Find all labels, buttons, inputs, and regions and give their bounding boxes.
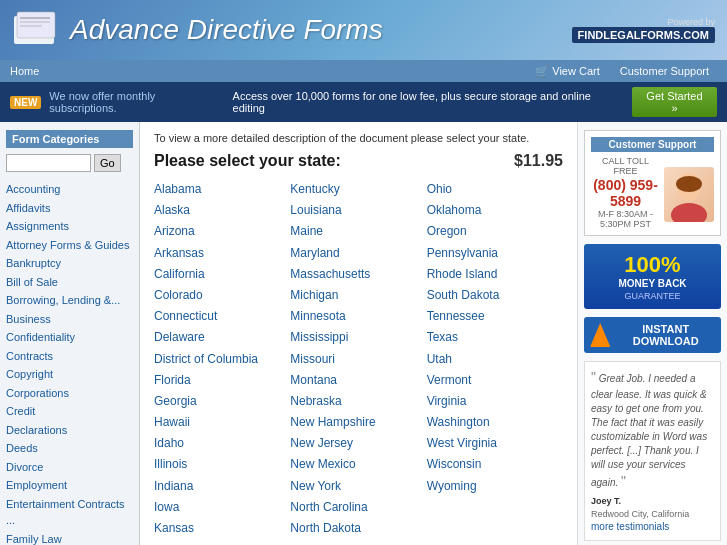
svg-point-6 xyxy=(671,203,707,222)
sidebar-item[interactable]: Corporations xyxy=(6,384,133,403)
state-link[interactable]: Iowa xyxy=(154,498,290,517)
state-link[interactable]: Arizona xyxy=(154,222,290,241)
state-link[interactable]: Alaska xyxy=(154,201,290,220)
state-link[interactable]: Florida xyxy=(154,371,290,390)
state-link[interactable]: Mississippi xyxy=(290,328,426,347)
sidebar-item[interactable]: Deeds xyxy=(6,439,133,458)
download-arrow-icon xyxy=(590,323,610,347)
state-link[interactable]: Utah xyxy=(427,350,563,369)
state-link[interactable]: Massachusetts xyxy=(290,265,426,284)
sidebar-search: Go xyxy=(6,154,133,172)
sidebar-item[interactable]: Bill of Sale xyxy=(6,273,133,292)
state-link[interactable]: Texas xyxy=(427,328,563,347)
support-hours: M-F 8:30AM - 5:30PM PST xyxy=(591,209,660,229)
state-link[interactable]: Wisconsin xyxy=(427,455,563,474)
sidebar-item[interactable]: Assignments xyxy=(6,217,133,236)
state-link[interactable]: Missouri xyxy=(290,350,426,369)
sidebar-item[interactable]: Credit xyxy=(6,402,133,421)
state-link[interactable]: Nebraska xyxy=(290,392,426,411)
state-link[interactable]: Maine xyxy=(290,222,426,241)
findlegal-logo: FINDLEGALFORMS.COM xyxy=(572,27,715,43)
support-call-label: CALL TOLL FREE xyxy=(591,156,660,176)
testimonial-name: Joey T. xyxy=(591,495,714,508)
state-link[interactable]: Ohio xyxy=(427,180,563,199)
sidebar-item[interactable]: Affidavits xyxy=(6,199,133,218)
sidebar-item[interactable]: Entertainment Contracts ... xyxy=(6,495,133,530)
customer-support-link[interactable]: Customer Support xyxy=(620,65,709,77)
state-link[interactable]: Oregon xyxy=(427,222,563,241)
state-link[interactable]: North Carolina xyxy=(290,498,426,517)
state-link[interactable]: Washington xyxy=(427,413,563,432)
sidebar-item[interactable]: Employment xyxy=(6,476,133,495)
state-link[interactable]: Delaware xyxy=(154,328,290,347)
support-box: Customer Support CALL TOLL FREE (800) 95… xyxy=(584,130,721,236)
state-link[interactable]: New Jersey xyxy=(290,434,426,453)
state-link[interactable]: Connecticut xyxy=(154,307,290,326)
state-link[interactable]: Wyoming xyxy=(427,477,563,496)
sidebar-item[interactable]: Family Law xyxy=(6,530,133,546)
state-link[interactable]: Kentucky xyxy=(290,180,426,199)
sidebar-item[interactable]: Divorce xyxy=(6,458,133,477)
support-phone[interactable]: (800) 959-5899 xyxy=(591,177,660,209)
state-link[interactable]: Kansas xyxy=(154,519,290,538)
state-link[interactable]: California xyxy=(154,265,290,284)
sidebar-item[interactable]: Bankruptcy xyxy=(6,254,133,273)
navbar-left: Home xyxy=(10,64,47,78)
state-link[interactable]: Hawaii xyxy=(154,413,290,432)
more-testimonials-link[interactable]: more testimonials xyxy=(591,521,669,532)
state-link[interactable]: Alabama xyxy=(154,180,290,199)
powered-by-label: Powered by xyxy=(572,17,715,27)
state-link[interactable]: Indiana xyxy=(154,477,290,496)
sidebar-item[interactable]: Declarations xyxy=(6,421,133,440)
state-link[interactable]: Oklahoma xyxy=(427,201,563,220)
state-link[interactable]: New Hampshire xyxy=(290,413,426,432)
state-link[interactable]: Idaho xyxy=(154,434,290,453)
state-link[interactable]: Minnesota xyxy=(290,307,426,326)
home-link[interactable]: Home xyxy=(10,65,39,77)
money-back-subtitle: GUARANTEE xyxy=(590,291,715,301)
money-back-title: MONEY BACK xyxy=(590,278,715,289)
state-column-3: Ohio Oklahoma Oregon Pennsylvania Rhode … xyxy=(427,180,563,538)
state-link[interactable]: Tennessee xyxy=(427,307,563,326)
state-link[interactable]: New York xyxy=(290,477,426,496)
sidebar: Form Categories Go Accounting Affidavits… xyxy=(0,122,140,545)
state-link[interactable]: Louisiana xyxy=(290,201,426,220)
state-link[interactable]: Pennsylvania xyxy=(427,244,563,263)
sidebar-item[interactable]: Copyright xyxy=(6,365,133,384)
state-link[interactable]: Rhode Island xyxy=(427,265,563,284)
view-cart-link[interactable]: 🛒 View Cart xyxy=(535,65,600,78)
state-link[interactable]: New Mexico xyxy=(290,455,426,474)
header-right: Powered by FINDLEGALFORMS.COM xyxy=(572,17,715,43)
open-quote: " xyxy=(591,369,596,385)
state-link[interactable]: Arkansas xyxy=(154,244,290,263)
state-link[interactable]: North Dakota xyxy=(290,519,426,538)
state-link[interactable]: Vermont xyxy=(427,371,563,390)
state-link[interactable]: District of Columbia xyxy=(154,350,290,369)
search-button[interactable]: Go xyxy=(94,154,121,172)
sidebar-item[interactable]: Contracts xyxy=(6,347,133,366)
get-started-button[interactable]: Get Started » xyxy=(632,87,717,117)
sidebar-item[interactable]: Borrowing, Lending &... xyxy=(6,291,133,310)
search-input[interactable] xyxy=(6,154,91,172)
state-link[interactable]: Montana xyxy=(290,371,426,390)
state-link[interactable]: Virginia xyxy=(427,392,563,411)
logo[interactable]: Advance Directive Forms xyxy=(12,8,383,52)
state-link[interactable]: Michigan xyxy=(290,286,426,305)
sidebar-item[interactable]: Accounting xyxy=(6,180,133,199)
state-select-title: Please select your state: xyxy=(154,152,341,170)
support-title: Customer Support xyxy=(591,137,714,152)
state-link[interactable]: Maryland xyxy=(290,244,426,263)
state-link[interactable]: South Dakota xyxy=(427,286,563,305)
header: Advance Directive Forms Powered by FINDL… xyxy=(0,0,727,60)
sidebar-item[interactable]: Business xyxy=(6,310,133,329)
state-link[interactable]: Colorado xyxy=(154,286,290,305)
state-link[interactable]: Georgia xyxy=(154,392,290,411)
testimonial-location: Redwood City, California xyxy=(591,508,714,521)
sidebar-item[interactable]: Confidentiality xyxy=(6,328,133,347)
sidebar-item[interactable]: Attorney Forms & Guides xyxy=(6,236,133,255)
state-link[interactable]: West Virginia xyxy=(427,434,563,453)
testimonial-text: Great Job. I needed a clear lease. It wa… xyxy=(591,373,707,488)
site-title: Advance Directive Forms xyxy=(70,14,383,46)
state-link[interactable]: Illinois xyxy=(154,455,290,474)
testimonial-box: " Great Job. I needed a clear lease. It … xyxy=(584,361,721,541)
